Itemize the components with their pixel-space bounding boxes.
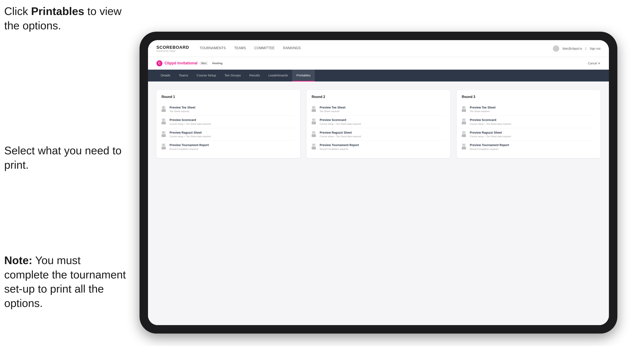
tab-bar: Details Teams Course Setup Tee Groups Re… (148, 70, 609, 81)
instruction-top: Click Printables to view the options. (4, 4, 127, 33)
tab-tee-groups[interactable]: Tee Groups (220, 70, 245, 81)
top-nav: SCOREBOARD Powered by clippd TOURNAMENTS… (148, 40, 609, 57)
tab-leaderboards[interactable]: Leaderboards (264, 70, 292, 81)
svg-rect-19 (162, 145, 164, 146)
round-1-title: Round 1 (162, 95, 295, 99)
svg-rect-18 (162, 144, 164, 145)
svg-rect-6 (162, 107, 164, 108)
round-3-scorecard[interactable]: Preview Scorecard Course setup + Tee She… (462, 116, 595, 128)
round-2-tournament-report-content: Preview Tournament Report Round Completi… (320, 143, 359, 150)
round-2-scorecard-subtitle: Course setup + Tee Sheet data required (320, 122, 361, 125)
round-3-tee-sheet-subtitle: Tee Sheet required (470, 110, 496, 113)
r2-raguzzi-icon (312, 131, 317, 137)
round-1-tee-sheet-title: Preview Tee Sheet (170, 106, 195, 109)
round-1-scorecard-content: Preview Scorecard Course setup + Tee She… (170, 118, 211, 125)
round-1-raguzzi[interactable]: Preview Raguzzi Sheet Course setup + Tee… (162, 128, 295, 141)
tab-course-setup[interactable]: Course Setup (192, 70, 220, 81)
sub-nav: C Clippd Invitational Men Hosting Cancel… (148, 57, 609, 70)
svg-rect-40 (462, 122, 466, 124)
svg-rect-35 (462, 107, 465, 107)
round-3-title: Round 3 (462, 95, 595, 99)
round-3-tee-sheet[interactable]: Preview Tee Sheet Tee Sheet required (462, 103, 595, 116)
round-3-section: Round 3 Preview Tee Sheet Tee Sheet requ… (457, 90, 600, 158)
round-2-scorecard[interactable]: Preview Scorecard Course setup + Tee She… (312, 116, 445, 128)
scorecard-icon (162, 118, 166, 124)
logo-area: SCOREBOARD Powered by clippd (156, 45, 189, 52)
nav-rankings[interactable]: RANKINGS (283, 44, 301, 52)
tee-sheet-icon (162, 106, 166, 112)
round-1-raguzzi-content: Preview Raguzzi Sheet Course setup + Tee… (170, 131, 211, 138)
round-1-tournament-report-content: Preview Tournament Report Round Completi… (170, 143, 209, 150)
round-2-title: Round 2 (312, 95, 445, 99)
top-nav-links: TOURNAMENTS TEAMS COMMITTEE RANKINGS (200, 44, 553, 52)
round-2-raguzzi-subtitle: Course setup + Tee Sheet data required (320, 135, 361, 138)
round-1-tournament-report[interactable]: Preview Tournament Report Round Completi… (162, 141, 295, 153)
round-3-scorecard-content: Preview Scorecard Course setup + Tee She… (470, 118, 511, 125)
cancel-button[interactable]: Cancel ✕ (588, 62, 600, 65)
instruction-bottom: Note: You must complete the tournament s… (4, 253, 127, 310)
nav-tournaments[interactable]: TOURNAMENTS (200, 44, 226, 52)
instruction-middle: Select what you need to print. (4, 144, 127, 172)
svg-rect-14 (162, 132, 164, 132)
c-logo: C (156, 60, 162, 66)
svg-rect-5 (162, 107, 164, 107)
round-3-raguzzi-content: Preview Raguzzi Sheet Course setup + Tee… (470, 131, 511, 138)
tab-teams[interactable]: Teams (175, 70, 192, 81)
round-3-scorecard-title: Preview Scorecard (470, 118, 511, 122)
round-2-tournament-report-subtitle: Round Completion required (320, 148, 359, 151)
round-3-raguzzi-subtitle: Course setup + Tee Sheet data required (470, 135, 511, 138)
nav-committee[interactable]: COMMITTEE (254, 44, 275, 52)
svg-rect-22 (312, 107, 314, 107)
svg-rect-42 (462, 132, 465, 132)
svg-rect-29 (312, 132, 314, 132)
round-3-tournament-report-title: Preview Tournament Report (470, 143, 509, 147)
nav-teams[interactable]: TEAMS (234, 44, 246, 52)
round-1-tournament-report-subtitle: Round Completion required (170, 148, 209, 151)
round-1-section: Round 1 Preview Tee Sheet Tee Sheet requ… (156, 90, 300, 158)
svg-rect-10 (162, 119, 164, 120)
tab-details[interactable]: Details (156, 70, 175, 81)
round-1-tee-sheet[interactable]: Preview Tee Sheet Tee Sheet required (162, 103, 295, 116)
top-nav-right: blair@clippd.io | Sign out (553, 45, 600, 52)
round-1-tournament-report-title: Preview Tournament Report (170, 143, 209, 147)
user-email: blair@clippd.io (562, 47, 582, 50)
round-2-raguzzi[interactable]: Preview Raguzzi Sheet Course setup + Tee… (312, 128, 445, 141)
r2-scorecard-icon (312, 118, 317, 124)
round-1-scorecard[interactable]: Preview Scorecard Course setup + Tee She… (162, 116, 295, 128)
round-2-tournament-report[interactable]: Preview Tournament Report Round Completi… (312, 141, 445, 153)
svg-rect-26 (312, 119, 314, 120)
r3-tee-sheet-icon (462, 106, 467, 112)
round-3-tournament-report-content: Preview Tournament Report Round Completi… (470, 143, 509, 150)
round-2-tournament-report-title: Preview Tournament Report (320, 143, 359, 147)
tournament-badge: Men (200, 61, 208, 65)
round-3-raguzzi-title: Preview Raguzzi Sheet (470, 131, 511, 135)
tournament-status: Hosting (212, 62, 222, 65)
svg-rect-16 (162, 135, 166, 137)
round-3-raguzzi[interactable]: Preview Raguzzi Sheet Course setup + Tee… (462, 128, 595, 141)
svg-rect-24 (312, 109, 316, 112)
round-1-tee-sheet-subtitle: Tee Sheet required (170, 110, 195, 113)
r2-tee-sheet-icon (312, 106, 317, 112)
round-3-tee-sheet-title: Preview Tee Sheet (470, 106, 496, 109)
sign-out-link[interactable]: Sign out (590, 47, 600, 50)
tab-printables[interactable]: Printables (292, 70, 315, 81)
round-3-scorecard-subtitle: Course setup + Tee Sheet data required (470, 122, 511, 125)
r3-tournament-report-icon (462, 144, 467, 150)
svg-rect-27 (312, 122, 316, 124)
svg-rect-15 (162, 133, 164, 133)
round-2-tee-sheet-content: Preview Tee Sheet Tee Sheet required (320, 106, 346, 113)
main-content: Round 1 Preview Tee Sheet Tee Sheet requ… (148, 81, 609, 325)
svg-rect-33 (312, 147, 316, 150)
tournament-name-area: Clippd Invitational Men Hosting (164, 61, 222, 65)
svg-rect-32 (312, 144, 314, 145)
round-2-raguzzi-title: Preview Raguzzi Sheet (320, 131, 361, 135)
round-2-tee-sheet-title: Preview Tee Sheet (320, 106, 346, 109)
rounds-grid: Round 1 Preview Tee Sheet Tee Sheet requ… (156, 90, 600, 158)
tab-results[interactable]: Results (245, 70, 264, 81)
round-3-tournament-report[interactable]: Preview Tournament Report Round Completi… (462, 141, 595, 153)
round-1-raguzzi-subtitle: Course setup + Tee Sheet data required (170, 135, 211, 138)
round-1-raguzzi-title: Preview Raguzzi Sheet (170, 131, 211, 135)
svg-rect-37 (462, 109, 466, 112)
round-2-tee-sheet[interactable]: Preview Tee Sheet Tee Sheet required (312, 103, 445, 116)
svg-rect-46 (462, 147, 466, 150)
